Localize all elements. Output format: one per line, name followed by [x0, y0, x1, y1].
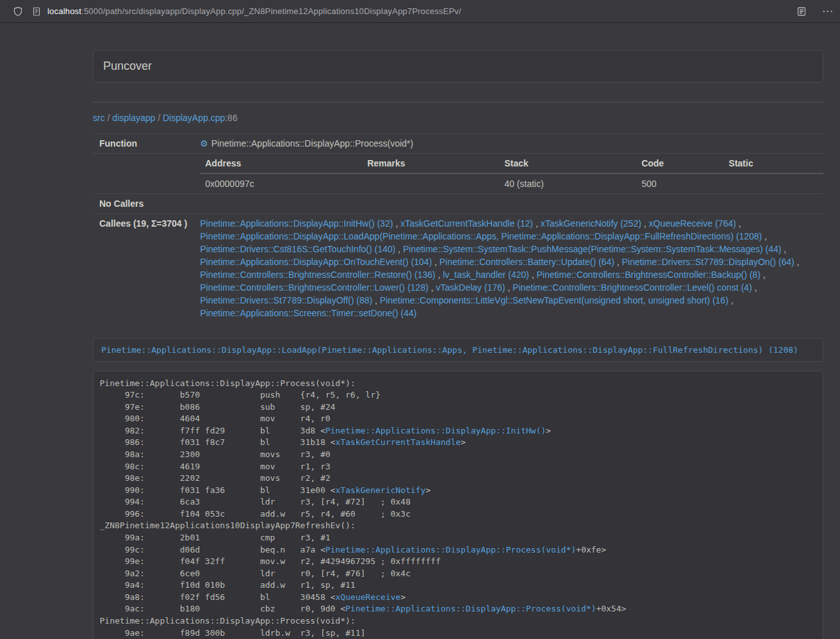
- function-name-cell: ⚙Pinetime::Applications::DisplayApp::Pro…: [194, 134, 823, 154]
- breadcrumb-link[interactable]: DisplayApp.cpp: [163, 113, 225, 123]
- code-symbol-link[interactable]: xTaskGenericNotify: [335, 485, 425, 495]
- callee-separator: ,: [529, 270, 537, 280]
- divider: [93, 102, 823, 102]
- callee-link[interactable]: Pinetime::Applications::DisplayApp::Init…: [200, 218, 393, 229]
- no-callers-label: No Callers: [93, 194, 194, 214]
- page-container: Puncover src / displayapp / DisplayApp.c…: [93, 23, 823, 639]
- callees-row: Callees (19, Σ=3704 ) Pinetime::Applicat…: [93, 214, 823, 323]
- highlighted-callee-panel: Pinetime::Applications::DisplayApp::Load…: [93, 338, 823, 362]
- callee-separator: ,: [432, 257, 440, 267]
- callee-separator: ,: [752, 282, 757, 293]
- browser-url-bar: localhost:5000/path/src/displayapp/Displ…: [0, 0, 840, 23]
- callee-separator: ,: [795, 257, 800, 267]
- callee-link[interactable]: Pinetime::Controllers::BrightnessControl…: [200, 282, 428, 293]
- callee-link[interactable]: Pinetime::Drivers::Cst816S::GetTouchInfo…: [200, 244, 395, 254]
- callee-separator: ,: [372, 295, 380, 305]
- site-identity-icon[interactable]: [31, 6, 42, 17]
- metrics-value-row: 0x0000097c40 (static)500: [200, 174, 823, 193]
- callee-link[interactable]: Pinetime::Applications::Screens::Timer::…: [200, 308, 416, 318]
- metric-column-header: Stack: [499, 154, 636, 174]
- breadcrumb-line-number: :86: [225, 113, 237, 123]
- metric-value: [362, 174, 499, 193]
- callee-separator: ,: [762, 231, 767, 241]
- code-symbol-link[interactable]: xQueueReceive: [335, 592, 400, 602]
- breadcrumb-link[interactable]: src: [93, 113, 105, 123]
- no-callers-row: No Callers: [93, 194, 823, 214]
- page-title: Puncover: [103, 60, 152, 72]
- callee-link[interactable]: lv_task_handler (420): [443, 270, 529, 280]
- breadcrumb-separator: /: [155, 113, 163, 123]
- metric-column-header: Address: [200, 154, 362, 174]
- disassembly-block: Pinetime::Applications::DisplayApp::Proc…: [93, 371, 823, 639]
- callee-link[interactable]: Pinetime::Drivers::St7789::DisplayOn() (…: [622, 257, 795, 267]
- callee-separator: ,: [435, 270, 443, 280]
- app-header-panel: Puncover: [93, 50, 823, 83]
- metric-column-header: Remarks: [362, 154, 499, 174]
- metrics-cell: AddressRemarksStackCodeStatic 0x0000097c…: [194, 154, 823, 194]
- metric-column-header: Static: [723, 154, 823, 174]
- callee-link[interactable]: xTaskGetCurrentTaskHandle (12): [400, 218, 533, 229]
- code-symbol-link[interactable]: xTaskGetCurrentTaskHandle: [335, 437, 461, 447]
- function-row: Function ⚙Pinetime::Applications::Displa…: [93, 134, 823, 154]
- breadcrumb-separator: /: [105, 113, 113, 123]
- function-label: Function: [93, 134, 194, 154]
- metric-value: 0x0000097c: [200, 174, 362, 193]
- metrics-row: AddressRemarksStackCodeStatic 0x0000097c…: [93, 154, 823, 194]
- callee-separator: ,: [393, 218, 400, 229]
- callee-link[interactable]: Pinetime::Applications::DisplayApp::Load…: [200, 231, 762, 241]
- callees-list: Pinetime::Applications::DisplayApp::Init…: [194, 214, 823, 323]
- callee-link[interactable]: vTaskDelay (176): [436, 282, 505, 293]
- callee-link[interactable]: Pinetime::Controllers::BrightnessControl…: [513, 282, 752, 293]
- metric-value: 500: [636, 174, 723, 193]
- callee-separator: ,: [429, 282, 436, 293]
- url-input[interactable]: localhost:5000/path/src/displayapp/Displ…: [47, 6, 796, 16]
- callee-separator: ,: [395, 244, 403, 254]
- reader-mode-icon[interactable]: [796, 6, 807, 17]
- callee-separator: ,: [729, 295, 734, 305]
- code-symbol-link[interactable]: Pinetime::Applications::DisplayApp::Init…: [325, 426, 546, 435]
- metric-value: 40 (static): [499, 174, 636, 193]
- code-symbol-link[interactable]: Pinetime::Applications::DisplayApp::Proc…: [325, 545, 576, 554]
- empty-cell: [194, 194, 823, 214]
- callee-separator: ,: [761, 270, 766, 280]
- callee-separator: ,: [505, 282, 513, 293]
- callee-separator: ,: [781, 244, 786, 254]
- callee-link[interactable]: Pinetime::System::SystemTask::PushMessag…: [403, 244, 782, 254]
- callee-link[interactable]: Pinetime::Components::LittleVgl::SetNewT…: [380, 295, 729, 305]
- callee-link[interactable]: Pinetime::Applications::DisplayApp::OnTo…: [200, 257, 432, 267]
- tracking-protection-shield-icon[interactable]: [13, 6, 23, 17]
- url-host: localhost: [47, 6, 81, 16]
- callee-link[interactable]: Pinetime::Controllers::BrightnessControl…: [536, 270, 760, 280]
- callees-label: Callees (19, Σ=3704 ): [93, 214, 194, 323]
- breadcrumb: src / displayapp / DisplayApp.cpp:86: [93, 111, 823, 124]
- symbol-table: Function ⚙Pinetime::Applications::Displa…: [93, 133, 823, 323]
- metrics-table: AddressRemarksStackCodeStatic 0x0000097c…: [200, 154, 823, 193]
- callee-separator: ,: [736, 218, 741, 229]
- callee-link[interactable]: Pinetime::Controllers::BrightnessControl…: [200, 270, 435, 280]
- url-path: :5000/path/src/displayapp/DisplayApp.cpp…: [81, 6, 461, 16]
- function-name: Pinetime::Applications::DisplayApp::Proc…: [211, 138, 413, 149]
- callee-link[interactable]: Pinetime::Drivers::St7789::DisplayOff() …: [200, 295, 372, 305]
- function-icon: ⚙: [200, 138, 208, 149]
- callee-separator: ,: [533, 218, 541, 229]
- code-symbol-link[interactable]: Pinetime::Applications::DisplayApp::Proc…: [345, 604, 596, 613]
- callee-link[interactable]: xQueueReceive (764): [649, 218, 736, 229]
- metric-column-header: Code: [636, 154, 723, 174]
- breadcrumb-link[interactable]: displayapp: [112, 113, 155, 123]
- callee-link[interactable]: Pinetime::Controllers::Battery::Update()…: [440, 257, 614, 267]
- metric-value: [723, 174, 823, 193]
- empty-cell: [93, 154, 194, 194]
- callee-link[interactable]: xTaskGenericNotify (252): [541, 218, 641, 229]
- highlighted-callee-link[interactable]: Pinetime::Applications::DisplayApp::Load…: [101, 345, 798, 355]
- page-actions-icon[interactable]: ⋯: [822, 6, 832, 17]
- callee-separator: ,: [641, 218, 649, 229]
- metrics-header-row: AddressRemarksStackCodeStatic: [200, 154, 823, 174]
- callee-separator: ,: [614, 257, 622, 267]
